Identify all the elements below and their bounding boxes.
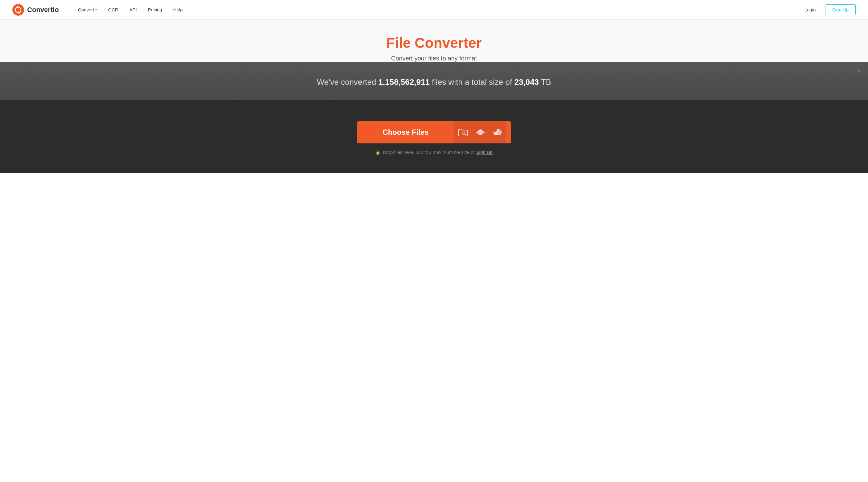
folder-search-icon [458,128,468,137]
local-files-icon-button[interactable] [454,121,472,143]
choose-files-row: Choose Files [6,121,862,143]
converter-upload-section: Choose Files [0,100,868,173]
logo-text: Convertio [27,6,59,14]
stats-files: 1,158,562,911 [378,77,430,87]
choose-files-button[interactable]: Choose Files [357,121,511,143]
login-link[interactable]: Login [800,5,820,15]
nav-item-convert[interactable]: Convert ▾ [74,5,101,15]
dropbox-icon [476,128,485,137]
choose-files-icons [454,121,511,143]
hero-subtitle: Convert your files to any format [6,55,862,62]
nav-item-pricing[interactable]: Pricing [144,5,166,15]
header-right: Login Sign Up [800,4,856,15]
nav-item-ocr[interactable]: OCR [104,5,122,15]
hero-title: File Converter [6,35,862,51]
hero-section: File Converter Convert your files to any… [0,20,868,62]
signup-button[interactable]: Sign Up [825,4,856,15]
choose-files-label: Choose Files [357,128,454,137]
converter-stats-section: × We've converted 1,158,562,911 files wi… [0,62,868,99]
google-drive-icon [493,128,502,137]
drop-hint-signup-link[interactable]: Sign Up [476,150,493,155]
header: Convertio Convert ▾ OCR API Pricing Help… [0,0,868,20]
converter-wrapper: × We've converted 1,158,562,911 files wi… [0,62,868,173]
dropbox-icon-button[interactable] [472,121,489,143]
nav-item-api[interactable]: API [125,5,141,15]
close-button[interactable]: × [857,68,861,74]
svg-line-2 [465,134,466,135]
google-drive-icon-button[interactable] [489,121,506,143]
stats-text: We've converted 1,158,562,911 files with… [6,77,862,87]
main-nav: Convert ▾ OCR API Pricing Help [74,5,800,15]
logo-icon [12,4,24,16]
stats-size: 23,043 [514,77,539,87]
drop-hint: 🔒 Drop files here. 100 MB maximum file s… [6,150,862,155]
svg-point-0 [12,4,24,16]
nav-item-help[interactable]: Help [169,5,187,15]
convert-chevron-icon: ▾ [95,8,97,11]
lock-icon: 🔒 [375,150,380,155]
logo[interactable]: Convertio [12,4,59,16]
